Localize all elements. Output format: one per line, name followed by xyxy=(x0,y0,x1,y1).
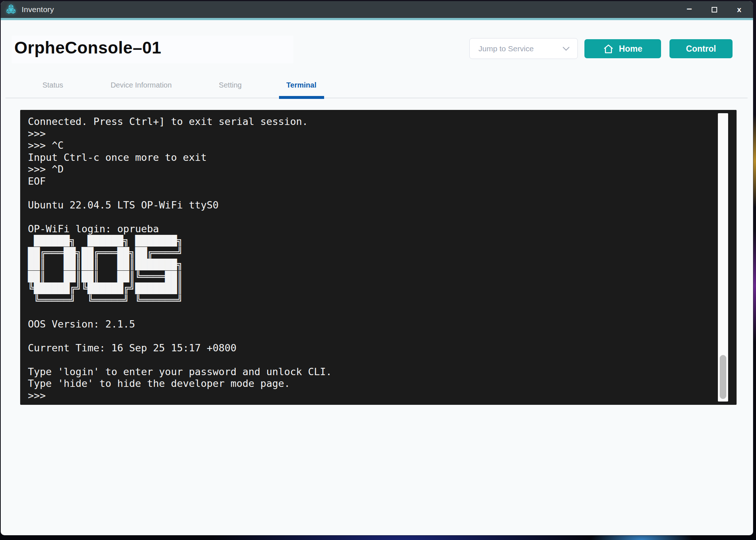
page-title-box: OrpheConsole–01 xyxy=(12,36,293,63)
tab-track-line xyxy=(5,97,748,99)
home-icon xyxy=(603,44,614,54)
terminal-scrollbar-thumb[interactable] xyxy=(720,355,726,399)
jump-to-service-select[interactable]: Jump to Service xyxy=(469,38,578,59)
terminal-output: Connected. Press Ctrl+] to exit serial s… xyxy=(28,116,332,402)
maximize-button[interactable] xyxy=(710,5,719,14)
page-content: OrpheConsole–01 Jump to Service Home Con… xyxy=(1,20,753,535)
home-button[interactable]: Home xyxy=(584,39,661,58)
tab-device-information[interactable]: Device Information xyxy=(99,79,183,91)
tab-terminal[interactable]: Terminal xyxy=(279,79,323,91)
minimize-button[interactable]: – xyxy=(685,5,694,14)
terminal-console[interactable]: Connected. Press Ctrl+] to exit serial s… xyxy=(20,110,737,405)
app-window: Inventory – x OrpheConsole–01 Jump to Se… xyxy=(1,1,753,535)
control-button[interactable]: Control xyxy=(669,39,733,58)
close-button[interactable]: x xyxy=(735,5,744,14)
maximize-icon xyxy=(712,7,717,12)
tab-status[interactable]: Status xyxy=(31,79,75,91)
title-bar[interactable]: Inventory – x xyxy=(1,1,753,18)
home-button-label: Home xyxy=(619,44,642,54)
control-button-label: Control xyxy=(686,44,716,54)
inventory-cubes-icon xyxy=(5,4,16,15)
window-title: Inventory xyxy=(22,5,54,14)
page-title: OrpheConsole–01 xyxy=(14,38,161,57)
jump-to-service-placeholder: Jump to Service xyxy=(478,44,562,53)
active-tab-indicator xyxy=(279,96,324,99)
chevron-down-icon xyxy=(562,46,570,51)
terminal-scrollbar-track[interactable] xyxy=(718,113,728,402)
tab-setting[interactable]: Setting xyxy=(208,79,252,91)
